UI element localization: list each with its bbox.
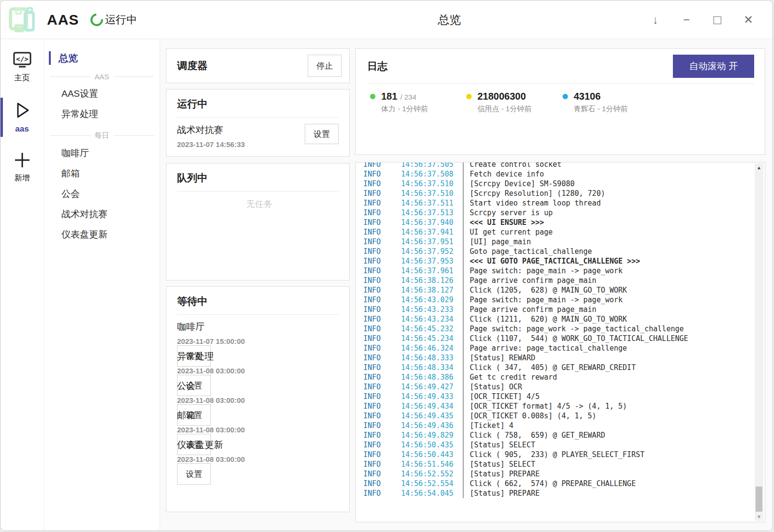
log-timestamp: 14:56:37.513 bbox=[401, 208, 463, 218]
log-message: [Status] OCR bbox=[463, 382, 522, 392]
task-time: 2023-11-07 15:00:00 bbox=[177, 337, 342, 345]
stat-dot-icon bbox=[466, 94, 472, 99]
resource-stat: 218006300 信用点 - 1分钟前 bbox=[466, 91, 563, 114]
log-line: INFO 14:56:49.434 [OCR_TICKET format] 4/… bbox=[363, 401, 765, 411]
log-line: INFO 14:56:54.045 [Status] PREPARE bbox=[363, 488, 765, 498]
nav-item-cafe[interactable]: 咖啡厅 bbox=[44, 143, 160, 163]
download-update-button[interactable]: ↓ bbox=[649, 14, 662, 26]
task-time: 2023-11-08 03:00:00 bbox=[177, 426, 342, 434]
log-line: INFO 14:56:37.508 Fetch device info bbox=[363, 169, 765, 179]
resource-stat: 181 / 234 体力 - 1分钟前 bbox=[370, 91, 466, 114]
log-message: Click (1107, 544) @ WORK_GO_TO_TACTICAL_… bbox=[463, 334, 688, 343]
log-line: INFO 14:56:45.232 Page switch: page_work… bbox=[363, 324, 765, 334]
stat-total: / 234 bbox=[400, 93, 416, 101]
nav-item-guild[interactable]: 公会 bbox=[44, 184, 160, 204]
log-line: INFO 14:56:38.126 Page arrive confirm pa… bbox=[363, 276, 765, 285]
rail-item-aas[interactable]: aas bbox=[0, 96, 44, 139]
log-level: INFO bbox=[363, 324, 401, 334]
waiting-task-row: 咖啡厅 2023-11-07 15:00:00 设置 bbox=[177, 321, 342, 350]
maximize-button[interactable]: □ bbox=[711, 14, 724, 27]
log-line: INFO 14:56:43.234 Click (1211, 620) @ MA… bbox=[363, 314, 765, 324]
stop-button[interactable]: 停止 bbox=[308, 55, 342, 77]
nav-item-dashboard-update[interactable]: 仪表盘更新 bbox=[44, 224, 160, 245]
log-timestamp: 14:56:45.232 bbox=[401, 324, 463, 334]
waiting-task-list: 咖啡厅 2023-11-07 15:00:00 设置 异常处理 2023-11-… bbox=[177, 321, 342, 468]
rail-item-label: aas bbox=[15, 124, 29, 134]
divider bbox=[367, 83, 754, 84]
stat-dot-icon bbox=[563, 94, 568, 99]
log-timestamp: 14:56:45.234 bbox=[401, 334, 463, 343]
log-console[interactable]: INFO 14:56:37.505 Create control socket … bbox=[355, 162, 765, 522]
scroll-down-arrow-icon[interactable]: ▼ bbox=[755, 514, 763, 519]
log-message: [Scrcpy Device] SM-S9080 bbox=[463, 179, 575, 189]
scrollbar-thumb[interactable] bbox=[756, 487, 762, 512]
log-timestamp: 14:56:37.505 bbox=[401, 162, 463, 169]
log-message: Page arrive: page_tactical_challenge bbox=[463, 343, 627, 353]
log-message: Click ( 905, 233) @ PLAYER_SELECT_FIRST bbox=[463, 450, 644, 459]
queue-empty-label: 无任务 bbox=[177, 198, 342, 210]
scroll-up-arrow-icon[interactable]: ▲ bbox=[755, 165, 763, 170]
task-time: 2023-11-08 03:00:00 bbox=[177, 455, 342, 463]
waiting-panel: 等待中 咖啡厅 2023-11-07 15:00:00 设置 异常处理 2023… bbox=[166, 286, 350, 512]
log-message: Get tc credit reward bbox=[463, 372, 557, 382]
nav-item-aas-settings[interactable]: AAS设置 bbox=[44, 84, 160, 104]
nav-section-label: AAS bbox=[95, 73, 109, 81]
autoscroll-toggle-button[interactable]: 自动滚动 开 bbox=[673, 55, 754, 78]
log-timestamp: 14:56:43.233 bbox=[401, 305, 463, 314]
close-button[interactable]: ✕ bbox=[742, 14, 755, 26]
log-level: INFO bbox=[363, 285, 401, 295]
stat-label: 青辉石 - 1分钟前 bbox=[574, 104, 628, 114]
log-message: Start video stream loop thread bbox=[463, 198, 601, 208]
log-message: [OCR_TICKET 0.008s] (4, 1, 5) bbox=[463, 411, 596, 421]
log-level: INFO bbox=[363, 227, 401, 237]
minimize-button[interactable]: − bbox=[680, 14, 693, 26]
stat-value: 218006300 bbox=[477, 91, 526, 102]
nav-item-overview[interactable]: 总览 bbox=[44, 50, 160, 66]
nav-item-exception-handling[interactable]: 异常处理 bbox=[44, 104, 160, 124]
app-name: AAS bbox=[47, 12, 79, 28]
log-message: Create control socket bbox=[463, 162, 562, 169]
running-status-label: 运行中 bbox=[105, 13, 137, 27]
rail-item-home[interactable]: </> 主页 bbox=[0, 46, 44, 88]
settings-button[interactable]: 设置 bbox=[305, 124, 339, 144]
log-timestamp: 14:56:43.234 bbox=[401, 314, 463, 324]
log-level: INFO bbox=[363, 372, 401, 382]
log-line: INFO 14:56:46.324 Page arrive: page_tact… bbox=[363, 343, 765, 353]
running-title: 运行中 bbox=[177, 97, 342, 111]
log-title: 日志 bbox=[367, 59, 387, 73]
stat-value: 181 bbox=[381, 91, 397, 102]
log-message: [Status] REWARD bbox=[463, 353, 535, 363]
log-message: [OCR_TICKET format] 4/5 -> (4, 1, 5) bbox=[463, 401, 627, 411]
log-message: Page switch: page_main -> page_work bbox=[463, 295, 623, 305]
settings-button[interactable]: 设置 bbox=[177, 463, 211, 485]
log-scrollbar[interactable]: ▲ ▼ bbox=[755, 163, 763, 521]
log-level: INFO bbox=[363, 363, 401, 372]
log-message: [UI] page_main bbox=[463, 237, 531, 247]
log-level: INFO bbox=[363, 295, 401, 305]
log-timestamp: 14:56:49.433 bbox=[401, 392, 463, 401]
log-level: INFO bbox=[363, 401, 401, 411]
rail-item-label: 新增 bbox=[15, 173, 30, 183]
log-level: INFO bbox=[363, 421, 401, 430]
log-timestamp: 14:56:54.045 bbox=[401, 488, 463, 498]
log-line: INFO 14:56:38.127 Click (1205, 628) @ MA… bbox=[363, 285, 765, 295]
log-level: INFO bbox=[363, 169, 401, 179]
log-line: INFO 14:56:48.334 Click ( 347, 405) @ GE… bbox=[363, 363, 765, 372]
rail-item-label: 主页 bbox=[15, 73, 30, 83]
svg-text:</>: </> bbox=[16, 55, 28, 63]
log-level: INFO bbox=[363, 162, 401, 169]
log-level: INFO bbox=[363, 305, 401, 314]
nav-item-tactical-challenge[interactable]: 战术对抗赛 bbox=[44, 204, 160, 224]
log-line: INFO 14:56:49.433 [OCR_TICKET] 4/5 bbox=[363, 392, 765, 401]
log-message: Click ( 662, 574) @ PREPARE_CHALLENGE bbox=[463, 479, 636, 488]
stat-dot-icon bbox=[370, 94, 375, 99]
log-level: INFO bbox=[363, 266, 401, 276]
waiting-task-row: 异常处理 2023-11-08 03:00:00 设置 bbox=[177, 350, 342, 380]
log-level: INFO bbox=[363, 479, 401, 488]
log-line: INFO 14:56:49.435 [OCR_TICKET 0.008s] (4… bbox=[363, 411, 765, 421]
rail-item-add[interactable]: 新增 bbox=[0, 147, 44, 188]
log-line: INFO 14:56:37.510 [Scrcpy Resolution] (1… bbox=[363, 189, 765, 198]
nav-item-mailbox[interactable]: 邮箱 bbox=[44, 163, 160, 184]
log-message: Scrcpy server is up bbox=[463, 208, 553, 218]
resource-stats: 181 / 234 体力 - 1分钟前 218006300 bbox=[367, 91, 754, 114]
